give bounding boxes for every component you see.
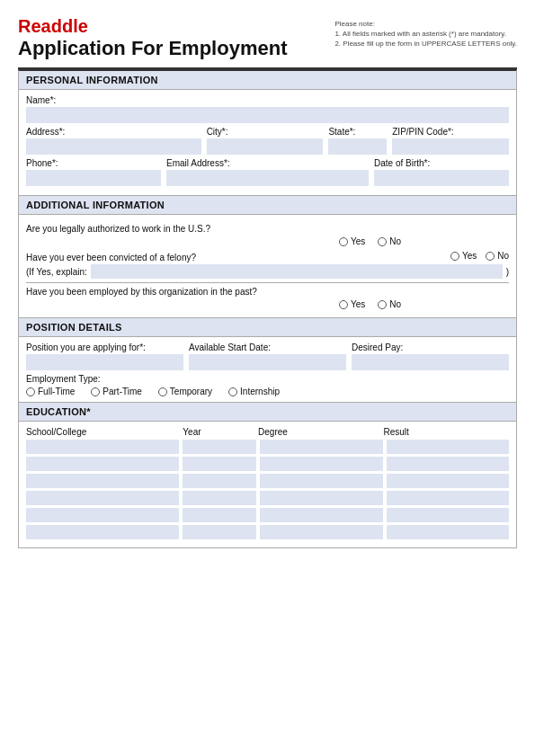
edu-col-result-header: Result [384,427,509,437]
divider1 [26,282,509,283]
edu-school-4[interactable] [26,491,179,505]
q1-no-option[interactable]: No [378,236,401,246]
emp-type-row: Full-Time Part-Time Temporary Internship [26,387,509,396]
zip-input[interactable] [392,138,509,155]
address-row: Address*: City*: State*: ZIP/PIN Code*: [26,127,509,155]
q2-no-radio[interactable] [486,252,495,261]
emp-parttime-label: Part-Time [103,387,142,396]
edu-year-1[interactable] [183,440,256,454]
explain-input[interactable] [91,264,503,279]
edu-row-4 [26,491,509,505]
position-field: Position you are applying for*: [26,342,183,370]
phone-label: Phone*: [26,158,161,168]
phone-field: Phone*: [26,158,161,186]
address-field: Address*: [26,127,201,155]
edu-year-6[interactable] [183,525,256,539]
q3-yes-option[interactable]: Yes [339,299,365,309]
edu-degree-3[interactable] [260,474,382,488]
edu-result-6[interactable] [387,525,509,539]
edu-col-degree-header: Degree [258,427,383,437]
state-input[interactable] [328,138,387,155]
emp-temporary-option[interactable]: Temporary [158,387,212,396]
desired-pay-input[interactable] [352,354,509,370]
additional-info-header: ADDITIONAL INFORMATION [19,196,516,215]
edu-row-6 [26,525,509,539]
edu-degree-1[interactable] [260,440,382,454]
emp-temporary-label: Temporary [170,387,212,396]
q1-no-radio[interactable] [378,237,387,246]
emp-fulltime-label: Full-Time [38,387,75,396]
q3-no-radio[interactable] [378,300,387,309]
city-input[interactable] [207,138,324,155]
education-body: School/College Year Degree Result [19,422,516,547]
edu-degree-5[interactable] [260,508,382,522]
edu-header-row: School/College Year Degree Result [26,427,509,437]
edu-year-3[interactable] [183,474,256,488]
q3-no-option[interactable]: No [378,299,401,309]
explain-label: (If Yes, explain: [26,267,87,277]
start-date-field: Available Start Date: [189,342,346,370]
education-section: EDUCATION* School/College Year Degree Re… [18,403,517,548]
edu-school-5[interactable] [26,508,179,522]
edu-row-2 [26,457,509,471]
edu-school-3[interactable] [26,474,179,488]
q2-yes-radio[interactable] [450,252,459,261]
state-field: State*: [328,127,387,155]
q2-text: Have you ever been convicted of a felony… [26,253,450,262]
emp-type-label: Employment Type: [26,374,509,384]
phone-row: Phone*: Email Address*: Date of Birth*: [26,158,509,186]
edu-result-3[interactable] [387,474,509,488]
q2-row: Have you ever been convicted of a felony… [26,249,509,262]
q1-no-label: No [389,236,401,246]
emp-fulltime-option[interactable]: Full-Time [26,387,75,396]
city-label: City*: [207,127,324,137]
edu-degree-4[interactable] [260,491,382,505]
dob-input[interactable] [374,170,509,186]
explain-close: ) [506,267,509,277]
edu-school-6[interactable] [26,525,179,539]
edu-col-year-header: Year [183,427,258,437]
edu-year-4[interactable] [183,491,256,505]
start-date-label: Available Start Date: [189,342,346,352]
start-date-input[interactable] [189,354,346,370]
edu-degree-6[interactable] [260,525,382,539]
edu-year-5[interactable] [183,508,256,522]
personal-info-section: PERSONAL INFORMATION Name*: Address*: Ci… [18,69,517,196]
position-input[interactable] [26,354,183,370]
personal-info-body: Name*: Address*: City*: State*: ZIP/PIN … [19,90,516,195]
desired-pay-field: Desired Pay: [352,342,509,370]
q1-yes-radio[interactable] [339,237,348,246]
dob-label: Date of Birth*: [374,158,509,168]
email-input[interactable] [166,170,369,186]
name-input[interactable] [26,107,509,123]
position-section: POSITION DETAILS Position you are applyi… [18,318,517,403]
dob-field: Date of Birth*: [374,158,509,186]
edu-col-school-header: School/College [26,427,183,437]
q3-text: Have you been employed by this organizat… [26,287,509,297]
edu-result-1[interactable] [387,440,509,454]
edu-row-5 [26,508,509,522]
address-label: Address*: [26,127,201,137]
emp-parttime-option[interactable]: Part-Time [91,387,142,396]
emp-fulltime-radio[interactable] [26,387,35,396]
q2-yes-option[interactable]: Yes [450,251,477,261]
emp-internship-option[interactable]: Internship [228,387,280,396]
email-label: Email Address*: [166,158,369,168]
edu-row-1 [26,440,509,454]
edu-result-5[interactable] [387,508,509,522]
emp-parttime-radio[interactable] [91,387,100,396]
name-row: Name*: [26,95,509,123]
edu-degree-2[interactable] [260,457,382,471]
edu-school-1[interactable] [26,440,179,454]
q1-yes-option[interactable]: Yes [339,236,365,246]
edu-result-4[interactable] [387,491,509,505]
q2-no-option[interactable]: No [486,251,509,261]
edu-school-2[interactable] [26,457,179,471]
emp-internship-radio[interactable] [228,387,237,396]
emp-temporary-radio[interactable] [158,387,167,396]
address-input[interactable] [26,138,201,155]
phone-input[interactable] [26,170,161,186]
edu-year-2[interactable] [183,457,256,471]
q3-yes-radio[interactable] [339,300,348,309]
edu-result-2[interactable] [387,457,509,471]
